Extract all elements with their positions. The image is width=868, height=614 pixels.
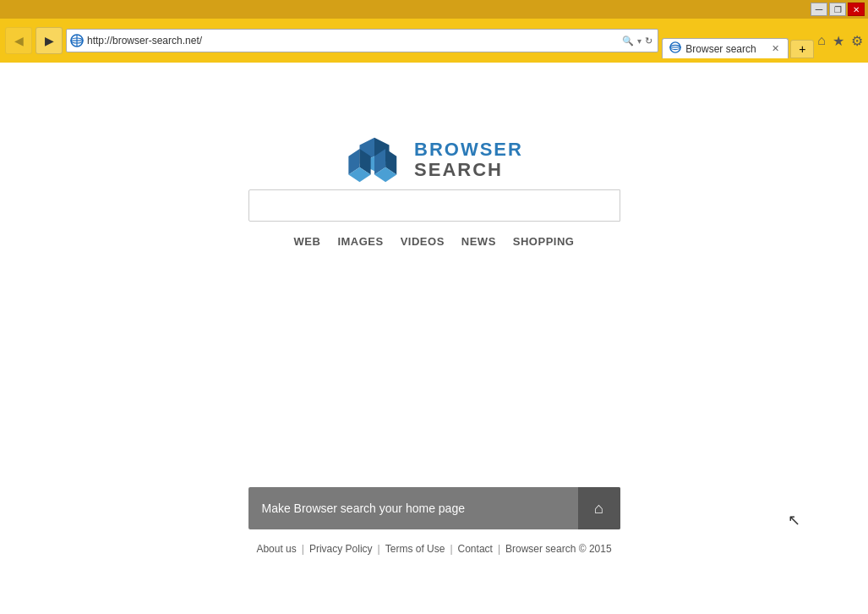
dropdown-icon: ▾ — [637, 36, 641, 46]
settings-button[interactable]: ⚙ — [851, 33, 863, 49]
restore-button[interactable]: ❐ — [829, 3, 846, 16]
tab-close-button[interactable]: ✕ — [770, 43, 781, 54]
favorites-button[interactable]: ★ — [833, 33, 844, 49]
homepage-banner-text: Make Browser search your home page — [248, 502, 578, 515]
footer-copyright: Browser search © 2015 — [505, 543, 612, 555]
new-tab-button[interactable]: + — [790, 40, 814, 58]
tab-label: Browser search — [685, 43, 756, 55]
content-area: BROWSER SEARCH WEB IMAGES VIDEOS NEWS SH… — [0, 63, 868, 563]
homepage-banner-button[interactable]: ⌂ — [578, 487, 620, 529]
refresh-button[interactable]: ↻ — [643, 34, 654, 48]
nav-link-videos[interactable]: VIDEOS — [401, 235, 445, 248]
nav-link-shopping[interactable]: SHOPPING — [513, 235, 575, 248]
minimize-button[interactable]: ─ — [811, 3, 827, 16]
browser-tab[interactable]: Browser search ✕ — [662, 38, 789, 58]
brand-browser: BROWSER — [414, 140, 523, 160]
search-row — [248, 189, 620, 222]
search-section: BROWSER SEARCH WEB IMAGES VIDEOS NEWS SH… — [248, 130, 620, 248]
footer-link-contact[interactable]: Contact — [458, 543, 493, 555]
footer-area: Make Browser search your home page ⌂ Abo… — [0, 487, 868, 555]
search-nav-links: WEB IMAGES VIDEOS NEWS SHOPPING — [294, 235, 575, 248]
logo-area: BROWSER SEARCH — [345, 130, 523, 189]
brand-search: SEARCH — [414, 160, 523, 180]
address-bar[interactable]: 🔍 ▾ ↻ — [66, 29, 658, 52]
ie-icon — [70, 34, 84, 47]
home-icon: ⌂ — [594, 500, 603, 518]
footer-link-terms[interactable]: Terms of Use — [385, 543, 445, 555]
forward-button[interactable]: ▶ — [35, 27, 63, 54]
brand-logo — [345, 130, 404, 189]
footer-link-privacy[interactable]: Privacy Policy — [309, 543, 373, 555]
title-bar: ─ ❐ ✕ — [0, 0, 868, 19]
brand-text: BROWSER SEARCH — [414, 140, 523, 180]
footer-link-about[interactable]: About us — [256, 543, 296, 555]
footer-links: About us | Privacy Policy | Terms of Use… — [256, 543, 611, 555]
back-button[interactable]: ◀ — [5, 27, 32, 54]
address-input[interactable] — [87, 35, 617, 47]
nav-link-web[interactable]: WEB — [294, 235, 321, 248]
address-search-button[interactable]: 🔍 — [620, 34, 636, 48]
main-search-input[interactable] — [248, 189, 620, 222]
back-icon: ◀ — [14, 34, 24, 47]
nav-link-news[interactable]: NEWS — [461, 235, 496, 248]
tab-icon — [669, 41, 681, 56]
close-button[interactable]: ✕ — [848, 3, 865, 16]
forward-icon: ▶ — [45, 34, 54, 47]
nav-link-images[interactable]: IMAGES — [337, 235, 383, 248]
nav-bar: ◀ ▶ 🔍 ▾ ↻ — [0, 19, 868, 63]
homepage-banner[interactable]: Make Browser search your home page ⌂ — [248, 487, 620, 529]
home-button[interactable]: ⌂ — [817, 33, 826, 48]
toolbar-icons: ⌂ ★ ⚙ — [817, 33, 863, 49]
